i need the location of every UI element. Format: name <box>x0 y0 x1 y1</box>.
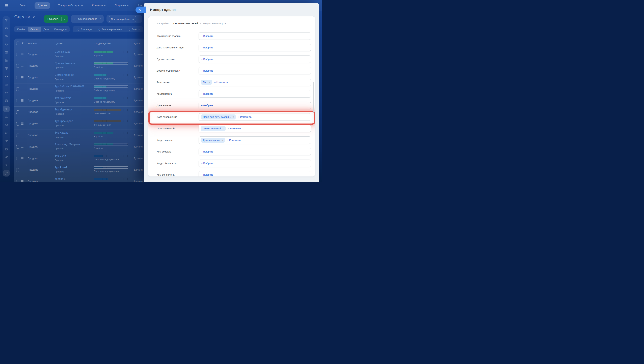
add-filter-button[interactable]: + <box>138 17 140 21</box>
mapped-column-chip[interactable]: Тип × <box>201 80 212 85</box>
column-header[interactable]: Сделка <box>55 42 63 45</box>
target-icon[interactable] <box>5 131 8 135</box>
mapped-column-chip[interactable]: Поле для даты закрыт... × <box>201 114 236 120</box>
field-mapping-input[interactable]: × + Выбрать <box>199 171 311 177</box>
remove-chip-icon[interactable]: × <box>222 127 224 130</box>
deal-link[interactable]: сделка 5 <box>55 178 66 180</box>
field-action-link[interactable]: + Выбрать <box>201 92 213 95</box>
deal-link[interactable]: Семен Королев <box>55 74 74 76</box>
tasks-calendar-icon[interactable] <box>5 115 8 119</box>
task-check-icon[interactable] <box>5 99 8 102</box>
field-action-link[interactable]: + Изменить <box>214 81 228 84</box>
field-mapping-input[interactable]: Поле для даты закрыт... × + Изменить <box>199 113 311 121</box>
nav-item[interactable]: Товары и Склады <box>58 2 84 9</box>
breadcrumb-step[interactable]: Настройки <box>157 22 169 25</box>
field-mapping-input[interactable]: × + Выбрать <box>199 90 311 98</box>
row-checkbox[interactable] <box>16 134 19 137</box>
row-checkbox[interactable] <box>16 180 19 182</box>
table-settings-gear-icon[interactable] <box>21 42 24 45</box>
field-action-link[interactable]: + Выбрать <box>201 34 213 37</box>
modal-scrollbar-thumb[interactable] <box>313 82 314 112</box>
mapped-column-chip[interactable]: Ответственный × <box>201 126 226 131</box>
deal-link[interactable]: Сделка Розанов <box>55 62 75 65</box>
rocket-icon[interactable] <box>3 170 10 176</box>
field-action-link[interactable]: + Изменить <box>227 138 241 142</box>
hexagon-icon[interactable] <box>5 42 8 46</box>
field-action-link[interactable]: + Изменить <box>228 127 242 130</box>
drag-handle-icon[interactable] <box>21 122 24 125</box>
column-header[interactable]: Стадия сделки <box>94 42 111 45</box>
deal-link[interactable]: Тур Камчатка <box>55 96 72 100</box>
create-button[interactable]: + Создать <box>44 15 68 22</box>
warehouse-icon[interactable] <box>5 123 8 127</box>
field-mapping-input[interactable]: Дата создания × + Изменить <box>199 136 311 144</box>
row-checkbox[interactable] <box>16 145 19 149</box>
drag-handle-icon[interactable] <box>21 111 24 113</box>
drag-handle-icon[interactable] <box>21 134 24 136</box>
deal-link[interactable]: Тур Казань <box>55 131 68 134</box>
close-button[interactable] <box>136 6 146 13</box>
column-header[interactable]: Типочек <box>28 42 37 45</box>
mail-icon[interactable] <box>5 83 8 86</box>
field-mapping-input[interactable]: × + Выбрать <box>199 160 311 167</box>
field-mapping-input[interactable]: × + Выбрать <box>199 148 311 155</box>
mapped-column-chip[interactable]: Дата создания × <box>201 138 225 142</box>
column-header[interactable]: Дела <box>134 42 140 45</box>
row-checkbox[interactable] <box>16 64 19 68</box>
deal-link[interactable]: Александр Смирнов <box>55 143 80 146</box>
drag-handle-icon[interactable] <box>21 53 24 55</box>
row-checkbox[interactable] <box>16 122 19 126</box>
field-action-link[interactable]: + Выбрать <box>201 104 213 107</box>
drag-handle-icon[interactable] <box>21 146 24 148</box>
deals-funnel-icon[interactable] <box>3 106 10 112</box>
deal-link[interactable]: Тур Мурманск <box>55 108 72 111</box>
drag-handle-icon[interactable] <box>21 88 24 90</box>
row-checkbox[interactable] <box>16 87 19 91</box>
counter-filter[interactable]: 0 Входящие <box>76 28 92 31</box>
drag-handle-icon[interactable] <box>21 100 24 102</box>
row-checkbox[interactable] <box>16 52 19 56</box>
pencil-icon[interactable] <box>5 155 8 159</box>
field-action-link[interactable]: + Изменить <box>238 116 252 118</box>
drag-handle-icon[interactable] <box>21 76 24 78</box>
nav-item[interactable]: Лиды <box>19 2 27 9</box>
field-action-link[interactable]: + Выбрать <box>201 173 213 176</box>
chat-icon[interactable] <box>5 26 8 30</box>
breadcrumb-step[interactable]: Соответствие полей <box>169 22 198 25</box>
deal-link[interactable]: Тур Краснодар <box>55 120 73 123</box>
drag-handle-icon[interactable] <box>21 65 24 67</box>
field-mapping-input[interactable]: Тип × + Изменить <box>199 78 311 86</box>
settings-gear-icon[interactable] <box>5 164 8 167</box>
nav-item[interactable]: Продажи <box>114 2 130 9</box>
deal-link[interactable]: Тур Сочи <box>55 154 66 157</box>
view-tab[interactable]: Канбан <box>15 27 28 32</box>
deal-link[interactable]: Тур Алтай <box>55 166 67 169</box>
row-checkbox[interactable] <box>16 76 19 79</box>
presentation-icon[interactable] <box>5 67 8 70</box>
document-icon[interactable] <box>5 59 8 62</box>
team-icon[interactable] <box>5 91 8 94</box>
drag-handle-icon[interactable] <box>21 180 24 182</box>
row-checkbox[interactable] <box>16 99 19 102</box>
field-action-link[interactable]: + Выбрать <box>201 69 213 72</box>
remove-filter-icon[interactable]: × <box>132 18 134 20</box>
counter-filter[interactable]: 0 Ещё <box>127 28 140 31</box>
row-checkbox[interactable] <box>16 168 19 172</box>
field-mapping-input[interactable]: × + Выбрать <box>199 44 311 51</box>
field-action-link[interactable]: + Выбрать <box>201 162 213 164</box>
contract-icon[interactable] <box>5 147 8 151</box>
filter-chip-deals-in-progress[interactable]: Сделки в работе × <box>109 16 136 22</box>
remove-chip-icon[interactable]: × <box>232 116 234 118</box>
remove-chip-icon[interactable]: × <box>209 81 210 84</box>
row-checkbox[interactable] <box>16 157 19 160</box>
view-tab[interactable]: Дела <box>41 27 52 32</box>
news-icon[interactable] <box>5 34 8 38</box>
field-mapping-input[interactable]: × + Выбрать <box>199 67 311 74</box>
row-checkbox[interactable] <box>16 110 19 114</box>
view-tab[interactable]: Календарь <box>52 27 69 32</box>
view-tab[interactable]: Список <box>28 27 41 32</box>
pin-icon[interactable] <box>32 15 36 18</box>
nav-item[interactable]: Клиенты <box>91 2 106 9</box>
create-dropdown[interactable] <box>62 18 68 20</box>
breadcrumb-step[interactable]: Результаты импорта <box>198 22 226 25</box>
